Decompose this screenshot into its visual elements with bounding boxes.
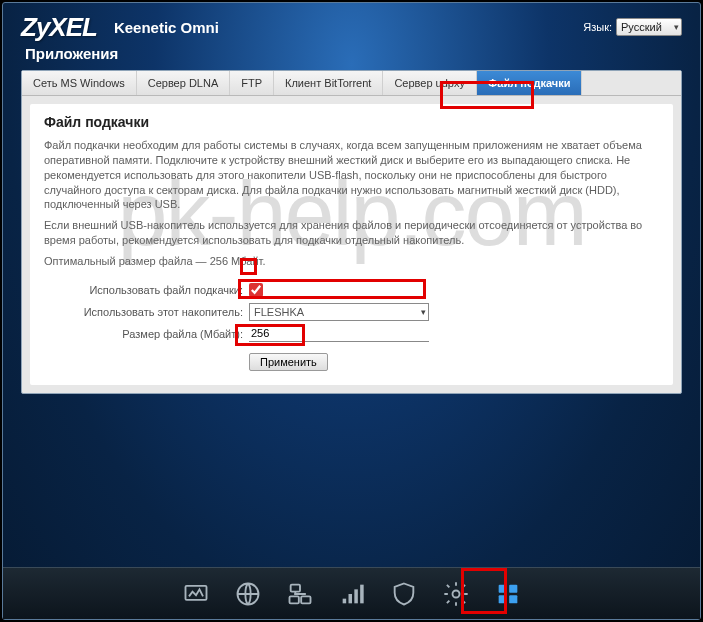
enable-swap-label: Использовать файл подкачки: <box>44 284 249 296</box>
svg-rect-13 <box>509 595 517 603</box>
apply-button[interactable]: Применить <box>249 353 328 371</box>
language-value: Русский <box>621 21 662 33</box>
svg-rect-2 <box>290 584 299 591</box>
swap-panel: Файл подкачки Файл подкачки необходим дл… <box>30 104 673 385</box>
network-icon[interactable] <box>283 577 317 611</box>
tab-bittorrent[interactable]: Клиент BitTorrent <box>274 71 383 95</box>
chevron-down-icon: ▾ <box>421 307 426 317</box>
signal-icon[interactable] <box>335 577 369 611</box>
svg-rect-12 <box>498 595 506 603</box>
language-label: Язык: <box>583 21 612 33</box>
monitor-icon[interactable] <box>179 577 213 611</box>
panel-text-3: Оптимальный размер файла — 256 Мбайт. <box>44 254 659 269</box>
panel-title: Файл подкачки <box>44 114 659 130</box>
enable-swap-checkbox[interactable] <box>249 283 263 297</box>
tab-ftp[interactable]: FTP <box>230 71 274 95</box>
size-label: Размер файла (Мбайт): <box>44 328 249 340</box>
size-input[interactable] <box>249 325 429 342</box>
drive-select[interactable]: FLESHKA ▾ <box>249 303 429 321</box>
drive-label: Использовать этот накопитель: <box>44 306 249 318</box>
panel-text-2: Если внешний USB-накопитель используется… <box>44 218 659 248</box>
product-name: Keenetic Omni <box>114 19 219 36</box>
svg-rect-4 <box>289 596 298 603</box>
svg-point-9 <box>452 590 459 597</box>
svg-rect-10 <box>498 584 506 592</box>
panel-text-1: Файл подкачки необходим для работы систе… <box>44 138 659 212</box>
content-panel: Сеть MS Windows Сервер DLNA FTP Клиент B… <box>21 70 682 394</box>
drive-value: FLESHKA <box>254 306 304 318</box>
tab-ms-windows[interactable]: Сеть MS Windows <box>22 71 137 95</box>
tabs-bar: Сеть MS Windows Сервер DLNA FTP Клиент B… <box>22 71 681 96</box>
tab-swapfile[interactable]: Файл подкачки <box>477 71 583 95</box>
section-title: Приложения <box>3 43 700 70</box>
shield-icon[interactable] <box>387 577 421 611</box>
svg-rect-6 <box>348 594 352 603</box>
svg-rect-8 <box>360 584 364 603</box>
brand-logo: ZyXEL <box>21 12 97 43</box>
apps-icon[interactable] <box>491 577 525 611</box>
globe-icon[interactable] <box>231 577 265 611</box>
svg-rect-5 <box>342 598 346 603</box>
bottom-nav <box>3 567 700 619</box>
language-select[interactable]: Русский ▾ <box>616 18 682 36</box>
svg-rect-7 <box>354 589 358 603</box>
svg-rect-0 <box>185 585 206 599</box>
svg-rect-11 <box>509 584 517 592</box>
svg-rect-3 <box>301 596 310 603</box>
tab-udpxy[interactable]: Сервер udpxy <box>383 71 477 95</box>
chevron-down-icon: ▾ <box>674 22 679 32</box>
tab-dlna[interactable]: Сервер DLNA <box>137 71 231 95</box>
gear-icon[interactable] <box>439 577 473 611</box>
